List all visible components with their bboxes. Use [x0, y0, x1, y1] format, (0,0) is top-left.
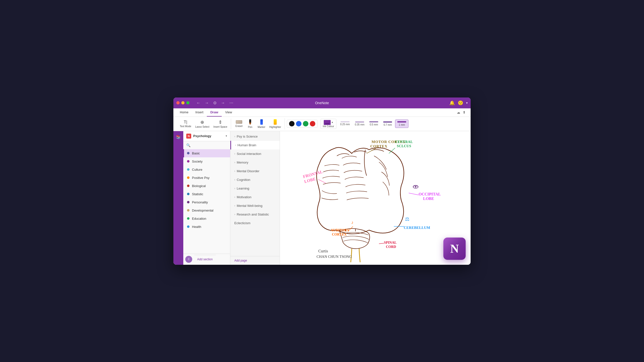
stroke-05-button[interactable]: 0.5 mm	[367, 120, 380, 127]
cloud-sync-icon: ☁	[457, 110, 460, 114]
page-item-mental-disorder[interactable]: › Mental Disorder	[230, 167, 280, 175]
section-dot-statistic	[187, 193, 190, 195]
section-item-society[interactable]: Society	[183, 157, 230, 166]
ink-colour-swatch-icon	[325, 121, 330, 124]
color-black[interactable]	[289, 121, 294, 126]
emoji-icon[interactable]: 🙂	[458, 100, 463, 106]
stroke-07-button[interactable]: 0.7 mm	[381, 120, 394, 128]
page-chevron-icon-10: ›	[234, 213, 235, 216]
highlighter-button[interactable]: Highlighter	[268, 118, 282, 129]
stroke-025-button[interactable]: 0.25 mm	[338, 120, 352, 127]
ribbon-tabs: Home Insert Draw View ☁ ⬆	[174, 108, 470, 117]
section-item-positive-psy[interactable]: Positive Psy	[183, 174, 230, 182]
page-label-social-interaction: Social interaction	[237, 152, 261, 156]
insert-space-icon: ⇕	[218, 119, 222, 125]
section-label-biological: Biological	[192, 184, 206, 188]
ink-colour-button[interactable]: ▾ Ink Colour	[320, 119, 336, 129]
section-dot-positive-psy	[187, 176, 190, 179]
section-item-statistic[interactable]: Statistic	[183, 190, 230, 198]
text-mode-button[interactable]: T| Text Mode	[178, 119, 193, 129]
close-button[interactable]	[176, 101, 180, 104]
tab-draw[interactable]: Draw	[207, 108, 222, 116]
section-item-education[interactable]: Education	[183, 215, 230, 223]
section-item-culture[interactable]: Culture	[183, 166, 230, 174]
section-item-personality[interactable]: Personality	[183, 198, 230, 206]
tab-home[interactable]: Home	[176, 108, 192, 116]
lasso-select-button[interactable]: ⊕ Lasso Select	[194, 118, 211, 129]
add-section-button[interactable]: Add section	[194, 255, 216, 264]
chevron-icon[interactable]: ▾	[466, 101, 468, 105]
notebook-chevron-icon[interactable]: ▾	[226, 134, 227, 138]
page-label-motivation: Motivation	[237, 195, 252, 199]
section-dot-basic	[187, 152, 190, 154]
eraser-button[interactable]: Eraser	[234, 119, 244, 128]
page-chevron-icon: ›	[234, 135, 235, 138]
forward-button[interactable]: →	[204, 100, 210, 106]
ribbon: Home Insert Draw View ☁ ⬆ T| Text Mode ⊕…	[174, 108, 470, 131]
add-page-button[interactable]: Add page	[230, 256, 280, 265]
home-button[interactable]: ⊙	[212, 100, 218, 106]
page-item-research-statistic[interactable]: › Research and Statistic	[230, 210, 280, 219]
notebook-library-icon[interactable]: 📚	[175, 134, 182, 140]
canvas-area[interactable]: MOTOR CORTEX CORTEX CENTRAL SCLCUS FRONT…	[280, 131, 470, 265]
page-item-eclecticism[interactable]: Eclecticism	[230, 219, 280, 227]
page-item-cognition[interactable]: › Cognition	[230, 175, 280, 184]
eye-pupil	[415, 186, 416, 188]
stroke-1-button[interactable]: 1 mm	[395, 119, 408, 128]
ribbon-tools: T| Text Mode ⊕ Lasso Select ⇕ Insert Spa…	[174, 117, 470, 131]
section-item-biological[interactable]: Biological	[183, 182, 230, 190]
notebook-header: N Psychology ▾	[183, 131, 230, 141]
tab-insert[interactable]: Insert	[192, 108, 207, 116]
menu-button[interactable]: ⋯	[228, 100, 234, 106]
page-item-social-interaction[interactable]: › Social interaction	[230, 149, 280, 158]
maximize-button[interactable]	[186, 101, 190, 104]
minimize-button[interactable]	[181, 101, 184, 104]
author-name2: CHAN CHUN TSONG	[316, 255, 352, 259]
page-item-mental-wellbeing[interactable]: › Mental Well-being	[230, 201, 280, 210]
page-item-learning[interactable]: › Learning	[230, 184, 280, 193]
sections-list: Basic Society Culture Positive Psy Biolo…	[183, 149, 230, 254]
author-name1: Curtis	[318, 249, 328, 253]
color-green[interactable]	[303, 121, 308, 126]
page-item-memory[interactable]: › Memory	[230, 158, 280, 167]
page-chevron-icon-2: ›	[235, 143, 236, 146]
insert-space-button[interactable]: ⇕ Insert Space	[212, 118, 228, 129]
tab-view[interactable]: View	[222, 108, 236, 116]
color-blue[interactable]	[296, 121, 302, 126]
page-label-psy-science: Psy is Science	[237, 135, 258, 138]
icon-sidebar: 📚	[174, 131, 183, 265]
stroke-035-button[interactable]: 0.35 mm	[353, 120, 366, 127]
window-title: OneNote	[315, 101, 329, 105]
occipital-lobe-label: OCCIPITAL	[418, 192, 441, 196]
notification-icon[interactable]: 🔔	[449, 100, 455, 106]
svg-rect-1	[325, 123, 330, 124]
section-item-health[interactable]: Health	[183, 223, 230, 231]
ink-colour-preview	[324, 120, 331, 125]
section-label-positive-psy: Positive Psy	[192, 176, 210, 180]
page-item-psy-science[interactable]: › Psy is Science	[230, 132, 280, 141]
pen-button[interactable]: Pen	[245, 118, 255, 129]
color-red[interactable]	[310, 121, 315, 126]
drawing-tools-group: Eraser Pen Marker	[232, 118, 285, 129]
page-item-motivation[interactable]: › Motivation	[230, 193, 280, 201]
section-dot-culture	[187, 168, 190, 171]
page-chevron-icon-9: ›	[234, 204, 235, 207]
spinal-cord-line	[379, 243, 384, 244]
text-tools-group: T| Text Mode ⊕ Lasso Select ⇕ Insert Spa…	[176, 118, 231, 129]
marker-button[interactable]: Marker	[256, 118, 267, 129]
titlebar: ← → ⊙ → ⋯ OneNote 🔔 🙂 ▾	[174, 97, 470, 108]
search-icon[interactable]: 🔍	[186, 143, 190, 147]
section-dot-education	[187, 217, 190, 220]
section-label-developmental: Developmental	[192, 209, 214, 212]
chevron-down-icon: ▾	[332, 121, 333, 124]
section-item-developmental[interactable]: Developmental	[183, 206, 230, 215]
stroke-05-line	[369, 121, 378, 122]
back-button[interactable]: ←	[196, 100, 201, 106]
share-icon[interactable]: ⬆	[463, 110, 466, 114]
nav-forward-button[interactable]: →	[220, 100, 226, 106]
sections-panel: N Psychology ▾ 🔍 Basic Society Culture	[183, 131, 230, 265]
section-item-basic[interactable]: Basic	[183, 149, 230, 157]
svg-text:CORTEX: CORTEX	[332, 233, 346, 236]
user-avatar[interactable]: C	[183, 254, 194, 265]
page-item-human-brain[interactable]: › Human Brain	[230, 141, 280, 149]
